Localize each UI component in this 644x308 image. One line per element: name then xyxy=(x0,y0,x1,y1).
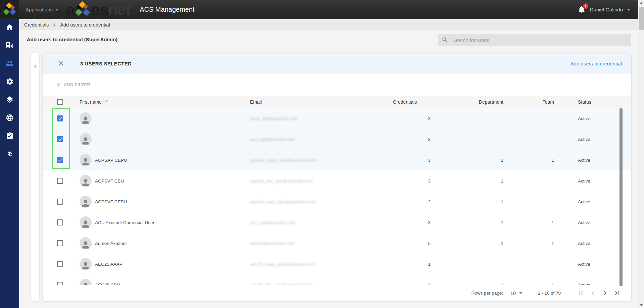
column-header-team[interactable]: Team xyxy=(503,99,554,105)
handshake-icon xyxy=(6,150,14,158)
collapsed-filter-panel[interactable] xyxy=(31,53,39,301)
table-row[interactable]: asua_tst@axosnet.com 3 Active xyxy=(43,108,631,129)
credentials-count: 5 xyxy=(363,241,431,246)
notification-badge: 1 xyxy=(583,3,588,9)
rows-per-page-label: Rows per page: xyxy=(472,291,503,296)
page-scrollbar-thumb[interactable] xyxy=(639,7,644,30)
navbar-right: 1 Daniel Galindo xyxy=(577,5,644,14)
table-row[interactable]: aca_tst@axosnet.com 3 Active xyxy=(43,129,631,150)
chevron-right-icon[interactable] xyxy=(32,63,39,70)
first-page-button[interactable] xyxy=(577,289,585,297)
table-scrollbar-thumb[interactable] xyxy=(620,108,623,286)
sidebar-nav xyxy=(0,19,19,308)
sidebar-item-globe[interactable] xyxy=(6,114,14,122)
credentials-count: 3 xyxy=(363,178,431,184)
scroll-down-arrow[interactable] xyxy=(638,302,644,308)
table-body: asua_tst@axosnet.com 3 Active aca_tst@ax… xyxy=(43,108,631,295)
email-text: acpsvf_cepu_qas@axosnet.com xyxy=(250,199,315,204)
add-users-to-credential-link[interactable]: Add users to credential xyxy=(571,61,622,66)
sidebar-item-settings[interactable] xyxy=(6,78,14,86)
row-checkbox[interactable] xyxy=(57,219,63,225)
sidebar-item-home[interactable] xyxy=(6,23,14,31)
search-input[interactable] xyxy=(452,37,627,43)
search-icon xyxy=(442,37,448,43)
close-icon xyxy=(57,60,65,67)
table-row[interactable]: Admon Axosnet admon@axosnet.com 5 1 1 Ac… xyxy=(43,233,631,254)
row-checkbox[interactable] xyxy=(57,199,63,205)
avatar xyxy=(80,216,92,228)
department-count: 1 xyxy=(431,199,503,204)
avatar xyxy=(80,112,92,124)
page-scrollbar[interactable] xyxy=(638,0,644,308)
row-checkbox[interactable] xyxy=(57,115,63,121)
department-count: 1 xyxy=(431,241,503,246)
first-name-text: ACPSAP CEPU xyxy=(95,158,127,163)
column-header-credentials[interactable]: Credentials xyxy=(363,99,431,105)
row-checkbox[interactable] xyxy=(57,136,63,142)
avatar xyxy=(80,175,92,187)
first-name-text: ACU Axosnet Comercial User xyxy=(95,220,154,225)
clipboard-check-icon xyxy=(6,132,14,140)
sidebar-item-partners[interactable] xyxy=(6,150,14,158)
previous-page-button[interactable] xyxy=(589,289,597,297)
chevron-left-icon[interactable] xyxy=(51,22,57,28)
page-title: Add users to credential (SuperAdmin) xyxy=(27,37,117,42)
next-page-button[interactable] xyxy=(601,289,609,297)
person-icon xyxy=(80,198,91,208)
person-icon xyxy=(80,136,91,145)
layers-icon xyxy=(6,96,14,104)
sidebar-item-company[interactable] xyxy=(6,41,14,49)
chevron-down-icon[interactable] xyxy=(627,9,630,11)
email-text: acpsap_cepu_qas@axosnet.com xyxy=(250,158,317,163)
screen: Applications a osnet ACS Management 1 Da… xyxy=(0,0,644,308)
sidebar-item-users[interactable] xyxy=(6,59,14,67)
column-header-department[interactable]: Department xyxy=(431,99,503,105)
scroll-up-arrow[interactable] xyxy=(638,0,644,6)
brand-text: net xyxy=(108,1,130,19)
column-header-email[interactable]: Email xyxy=(250,99,363,105)
person-icon xyxy=(80,177,91,187)
sidebar-item-tasks[interactable] xyxy=(6,132,14,140)
app-title: ACS Management xyxy=(140,6,194,13)
select-all-checkbox[interactable] xyxy=(57,99,63,105)
users-icon xyxy=(6,59,14,67)
table-row[interactable]: ACPSVF CEPU acpsvf_cepu_qas@axosnet.com … xyxy=(43,191,631,212)
selection-bar: 3 USERS SELECTED Add users to credential xyxy=(43,53,631,74)
clear-selection-button[interactable] xyxy=(57,60,65,67)
column-header-status[interactable]: Status xyxy=(554,99,631,105)
user-menu[interactable]: Daniel Galindo xyxy=(590,7,623,12)
row-checkbox[interactable] xyxy=(57,157,63,163)
chevron-right-icon xyxy=(601,289,609,297)
table-row[interactable]: ACU Axosnet Comercial User acu_qa@axosne… xyxy=(43,212,631,233)
check-icon xyxy=(58,116,62,121)
notifications-button[interactable]: 1 xyxy=(577,5,586,14)
last-page-icon xyxy=(613,289,621,297)
team-count: 1 xyxy=(503,158,554,163)
table-row[interactable]: AEC25 AAAP aec25_aaap_qas@axosnet.com 1 … xyxy=(43,254,631,274)
app-logo[interactable] xyxy=(0,0,19,19)
applications-menu[interactable]: Applications xyxy=(26,7,58,12)
avatar xyxy=(80,154,92,166)
sidebar-item-layers[interactable] xyxy=(6,96,14,104)
rows-per-page-select[interactable]: 10 xyxy=(510,291,523,296)
axosnet-watermark-logo: a osnet xyxy=(66,1,130,19)
first-name-text: AEC25 AAAP xyxy=(95,262,122,267)
table-row[interactable]: ACPSVF CBU acpsvf_cbu_qas@axosnet.com 3 … xyxy=(43,170,631,191)
table-row[interactable]: ACPSAP CEPU acpsap_cepu_qas@axosnet.com … xyxy=(43,150,631,170)
last-page-button[interactable] xyxy=(613,289,621,297)
row-checkbox[interactable] xyxy=(57,261,63,267)
first-name-text: ACPSVF CBU xyxy=(95,178,124,184)
credentials-count: 3 xyxy=(363,220,431,225)
row-checkbox[interactable] xyxy=(57,178,63,184)
credentials-count: 3 xyxy=(363,137,431,142)
team-count: 1 xyxy=(503,241,554,246)
row-checkbox[interactable] xyxy=(57,240,63,246)
check-icon xyxy=(58,137,62,142)
column-header-first-name[interactable]: First name xyxy=(72,99,250,105)
department-count: 1 xyxy=(431,178,503,184)
breadcrumb-credentials[interactable]: Credentials xyxy=(24,22,49,28)
rows-per-page-value: 10 xyxy=(510,291,516,296)
add-filter-button[interactable]: + ADD FILTER xyxy=(56,82,90,88)
credentials-count: 3 xyxy=(363,116,431,121)
department-count: 1 xyxy=(431,158,503,163)
